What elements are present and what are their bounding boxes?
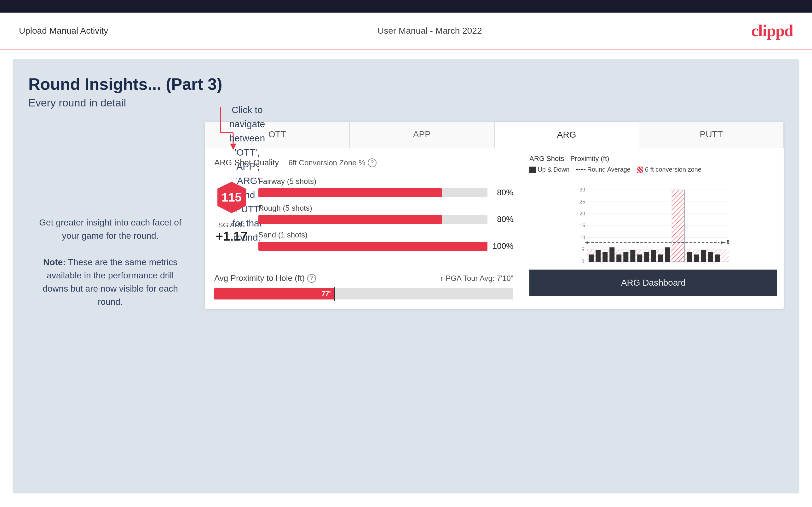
doc-title: User Manual - March 2022 [377, 26, 482, 36]
arg-dashboard-button[interactable]: ARG Dashboard [529, 270, 777, 296]
header: Upload Manual Activity User Manual - Mar… [0, 13, 812, 49]
proximity-cursor [334, 287, 335, 301]
bar-row-fairway: Fairway (5 shots) 80% [258, 177, 513, 198]
round-avg-arrow [721, 241, 726, 244]
bar-13-hatch [672, 190, 685, 262]
bar-label-rough: Rough (5 shots) [258, 204, 513, 213]
right-chart: ARG Shots - Proximity (ft) Up & Down Rou… [523, 148, 783, 309]
tab-putt[interactable]: PUTT [639, 122, 783, 148]
tabs: OTT APP ARG PUTT [205, 122, 783, 148]
proximity-label: Avg Proximity to Hole (ft) ? [214, 273, 316, 283]
help-icon[interactable]: ? [368, 158, 376, 167]
bar-pct-rough: 80% [491, 215, 513, 224]
dashboard-panel: OTT APP ARG PUTT ARG Shot Quality 6ft Co… [205, 122, 783, 309]
bars-section: Fairway (5 shots) 80% Rough (5 shots) [258, 177, 513, 257]
tab-app[interactable]: APP [349, 122, 494, 148]
score-and-bars: 115 SG ARG +1.17 Fairway (5 shots) [214, 177, 513, 257]
bar-fill-fairway [258, 188, 442, 197]
proximity-help-icon[interactable]: ? [307, 274, 316, 283]
proximity-value: 77' [321, 290, 331, 298]
proximity-section: Avg Proximity to Hole (ft) ? ↑ PGA Tour … [214, 267, 513, 299]
top-bar [0, 0, 812, 13]
side-text1: Get greater insight into each facet of y… [39, 218, 181, 240]
legend-conv-zone: 6 ft conversion zone [637, 166, 701, 173]
chart-header: ARG Shots - Proximity (ft) [529, 155, 777, 163]
content-area: Get greater insight into each facet of y… [29, 122, 783, 309]
svg-text:15: 15 [580, 223, 586, 228]
bar-label-fairway: Fairway (5 shots) [258, 177, 513, 186]
legend-round-avg-label: Round Average [587, 166, 631, 173]
bar-17 [708, 252, 713, 262]
legend-up-down-label: Up & Down [538, 166, 569, 173]
bar-1 [589, 255, 594, 262]
round-avg-diamond [586, 241, 589, 244]
logo: clippd [751, 21, 793, 40]
svg-text:5: 5 [582, 247, 585, 252]
bar-bg-fairway [258, 188, 488, 197]
bar-row-rough: Rough (5 shots) 80% [258, 204, 513, 224]
bar-track-fairway: 80% [258, 188, 513, 198]
legend-conv-zone-label: 6 ft conversion zone [645, 166, 701, 173]
bar-fill-sand [258, 242, 488, 251]
legend-round-avg: Round Average [576, 166, 631, 173]
tab-arg[interactable]: ARG [494, 122, 639, 148]
page-subtitle: Every round in detail [29, 97, 783, 109]
bar-track-sand: 100% [258, 241, 513, 251]
bar-2 [596, 250, 601, 262]
bar-16 [701, 250, 706, 262]
svg-text:20: 20 [580, 211, 586, 216]
chart-legend: Up & Down Round Average 6 ft conversion … [529, 166, 777, 173]
side-note: Note: [43, 257, 66, 267]
bar-pct-fairway: 80% [491, 188, 513, 198]
conversion-zone-label: 6ft Conversion Zone % ? [288, 158, 376, 167]
svg-text:30: 30 [580, 187, 586, 192]
legend-hatch-icon [637, 167, 643, 173]
bar-3 [603, 252, 608, 262]
pga-avg: ↑ PGA Tour Avg: 7'10" [440, 274, 514, 283]
bar-12 [665, 247, 670, 262]
bar-5 [617, 255, 622, 262]
page-title: Round Insights... (Part 3) [29, 75, 783, 94]
bar-7 [630, 250, 636, 262]
bar-10 [651, 250, 656, 262]
upload-label[interactable]: Upload Manual Activity [19, 26, 108, 36]
proximity-header: Avg Proximity to Hole (ft) ? ↑ PGA Tour … [214, 273, 513, 283]
bar-track-rough: 80% [258, 215, 513, 224]
bar-pct-sand: 100% [491, 241, 513, 251]
bar-row-sand: Sand (1 shots) 100% [258, 230, 513, 251]
bar-18 [715, 255, 720, 262]
proximity-bar-track: 77' [214, 288, 513, 299]
legend-sq-icon [529, 167, 536, 173]
svg-text:10: 10 [580, 235, 586, 240]
bar-bg-sand [258, 242, 488, 251]
footer: Copyright Clippd 2021 [0, 503, 812, 507]
svg-text:25: 25 [580, 199, 586, 204]
bar-8 [638, 255, 643, 262]
bar-14 [687, 252, 692, 262]
left-panel: Get greater insight into each facet of y… [29, 122, 192, 309]
proximity-bar-fill: 77' [214, 288, 334, 299]
bar-6 [623, 252, 628, 262]
chart-area: 0 5 10 15 20 25 30 [529, 178, 777, 267]
chart-svg: 0 5 10 15 20 25 30 [529, 178, 777, 267]
navigate-hint-container: Click to navigate between 'OTT', 'APP','… [205, 103, 240, 153]
bar-11 [658, 255, 663, 262]
main-content: Round Insights... (Part 3) Every round i… [13, 59, 799, 494]
legend-up-down: Up & Down [529, 166, 569, 173]
round-avg-value: 8 [727, 239, 730, 245]
panel-body: ARG Shot Quality 6ft Conversion Zone % ? [205, 148, 783, 309]
hexagon-number: 115 [221, 191, 241, 204]
bar-label-sand: Sand (1 shots) [258, 230, 513, 239]
svg-text:0: 0 [582, 259, 585, 264]
bar-15 [694, 255, 699, 262]
bar-fill-rough [258, 215, 442, 224]
hexagon: 115 [214, 180, 249, 215]
bar-4 [610, 247, 615, 262]
annotation-text: Get greater insight into each facet of y… [29, 216, 192, 308]
bar-bg-rough [258, 215, 488, 224]
legend-dashed-icon [576, 169, 586, 170]
bar-9 [644, 252, 649, 262]
